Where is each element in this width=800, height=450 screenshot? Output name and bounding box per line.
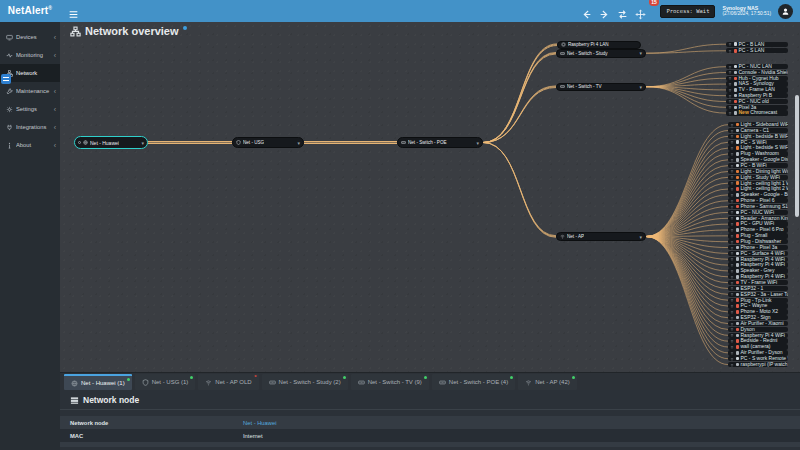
caret-down-icon[interactable]: ▾ — [639, 50, 642, 56]
tab-net-ap-old[interactable]: Net - AP OLD * — [198, 374, 258, 390]
device-node-raspberrypi-ip-watch[interactable]: raspberrypi (IP watch) — [728, 362, 788, 367]
signal-icon — [730, 216, 734, 220]
switch-icon — [401, 140, 406, 145]
device-node-esp32-3a-laser-toy[interactable]: ESP32 - 3a - Laser Toy — [728, 292, 788, 297]
device-node-raspberry-pi-4-wifi[interactable]: Raspberry Pi 4 WiFi — [728, 274, 788, 279]
device-node-pc-s-wifi[interactable]: PC - S WiFi — [728, 140, 788, 145]
device-label: NAS - Synology — [739, 81, 774, 86]
sidebar-item-about[interactable]: About ‹ — [0, 136, 60, 154]
sidebar-item-settings[interactable]: Settings ‹ — [0, 100, 60, 118]
caret-down-icon[interactable]: ▾ — [639, 234, 642, 240]
move-button[interactable] — [635, 6, 646, 17]
node-net-ap[interactable]: Net - AP ▾ — [556, 232, 646, 241]
device-node-pc-nuc-old[interactable]: PC - NUC old — [726, 99, 788, 104]
device-node-tv-frame-lan[interactable]: TV - Frame LAN — [726, 87, 788, 92]
device-node-light-dining-light-wifi[interactable]: Light - Dining light WiFi — [728, 169, 788, 174]
device-node-tv-frame-wifi[interactable]: TV - Frame WiFi — [728, 280, 788, 285]
device-label: Speaker - Google Display — [741, 157, 789, 162]
device-node-bedside-redmi[interactable]: Bedside - Redmi — [728, 338, 788, 343]
device-node-phone-moto-x2[interactable]: Phone - Moto X2 — [728, 309, 788, 314]
caret-down-icon[interactable]: ▾ — [476, 140, 479, 146]
device-node-pc-gpu-wifi[interactable]: PC - GPU WiFi — [728, 221, 788, 226]
device-node-phone-pixel-6-pro[interactable]: Phone - Pixel 6 Pro — [728, 227, 788, 232]
device-node-plug-tp-link[interactable]: Plug - Tp-Link — [728, 298, 788, 303]
device-node-camera-c1[interactable]: Camera - C1 — [728, 128, 788, 133]
chevron-left-icon: ‹ — [54, 124, 56, 131]
status-dot-green — [572, 376, 575, 379]
sidebar-item-monitoring[interactable]: Monitoring ‹ — [0, 46, 60, 64]
avatar[interactable] — [778, 4, 793, 19]
tab-net-usg-1[interactable]: Net - USG (1) — [135, 374, 196, 390]
device-node-nas-synology[interactable]: NAS - Synology — [726, 81, 788, 86]
sidebar-item-maintenance[interactable]: Maintenance ‹ — [0, 82, 60, 100]
device-node-raspberry-pi-4-wifi[interactable]: Raspberry Pi 4 WiFi — [728, 262, 788, 267]
sidebar-item-devices[interactable]: Devices ‹ — [0, 28, 60, 46]
tab-net-switch-study-2[interactable]: Net - Switch - Study (2) — [262, 374, 348, 390]
device-icon — [734, 88, 738, 92]
vertical-scrollbar[interactable] — [795, 95, 799, 217]
device-node-speaker-grey[interactable]: Speaker - Grey — [728, 268, 788, 273]
device-node-console-nvidia-shield-tv[interactable]: Console - Nvidia Shield TV — [726, 70, 788, 75]
device-label: Reader - Amazon Kindle — [741, 216, 789, 221]
forward-button[interactable] — [599, 6, 610, 17]
device-node-light-ceiling-light-2-wifi[interactable]: Light - ceiling light 2 WiFi — [728, 186, 788, 191]
device-node-light-sideboard-wifi[interactable]: Light - Sideboard WiFi — [728, 122, 788, 127]
node-net-switch-study[interactable]: Net - Switch - Study ▾ — [556, 49, 646, 58]
device-node-plug-dishwasher[interactable]: Plug - Dishwasher — [728, 239, 788, 244]
device-node-reader-amazon-kindle[interactable]: Reader - Amazon Kindle — [728, 216, 788, 221]
device-node-phone-pixel-6[interactable]: Phone - Pixel 6 — [728, 198, 788, 203]
node-net-switch-poe[interactable]: Net - Switch - POE ▾ — [397, 137, 483, 148]
device-node-pc-wayne[interactable]: PC - Wayne — [728, 303, 788, 308]
device-node-esp32-1[interactable]: ESP32 - 1 — [728, 286, 788, 291]
node-label: Net - Switch - TV — [567, 84, 602, 89]
device-node-pc-surface-4-wifi[interactable]: PC - Surface 4 WiFi — [728, 251, 788, 256]
device-icon — [736, 129, 740, 133]
node-net-huawei[interactable]: Net - Huawei ▾ — [74, 136, 148, 149]
device-node-pc-nuc-wifi[interactable]: PC - NUC WiFi — [728, 210, 788, 215]
device-node-raspberry-pi-4-wifi[interactable]: Raspberry Pi 4 WiFi — [728, 333, 788, 338]
device-node-phone-samsung-s10[interactable]: Phone - Samsung S10 — [728, 204, 788, 209]
device-node-light-ceiling-light-1-wifi[interactable]: Light - ceiling light 1 WiFi — [728, 181, 788, 186]
back-button[interactable] — [581, 6, 592, 17]
device-node-light-study-wifi[interactable]: Light - Study WiFi — [728, 175, 788, 180]
device-node-pixel-3a[interactable]: Pixel 3a — [726, 105, 788, 110]
device-node-light-bedside-b-wifi[interactable]: Light - bedside B WiFi — [728, 134, 788, 139]
menu-icon[interactable] — [68, 6, 79, 17]
device-node-chromecast[interactable]: New Chromecast — [726, 110, 788, 115]
device-node-air-purifier-xiaomi[interactable]: Air Purifier - Xiaomi — [728, 321, 788, 326]
device-node-pc-s-work-remote-wap[interactable]: PC - S work Remote WAP — [728, 356, 788, 361]
caret-down-icon[interactable]: ▾ — [639, 84, 642, 90]
device-node-plug-washroom[interactable]: Plug - Washroom — [728, 151, 788, 156]
device-node-pc-b-wifi[interactable]: PC - B WiFi — [728, 163, 788, 168]
info-badge[interactable] — [183, 26, 187, 30]
device-node-wall-camera[interactable]: wall (camera) — [728, 344, 788, 349]
signal-icon — [730, 187, 734, 191]
tab-net-huawei-1[interactable]: Net - Huawei (1) — [64, 374, 132, 390]
device-node-raspberry-pi-b[interactable]: Raspberry Pi B — [726, 93, 788, 98]
tab-net-switch-poe-4[interactable]: Net - Switch - POE (4) — [432, 374, 515, 390]
tab-net-switch-tv-9[interactable]: Net - Switch - TV (9) — [351, 374, 429, 390]
tab-net-ap-42[interactable]: Net - AP (42) — [518, 374, 577, 390]
device-node-dyson[interactable]: Dyson — [728, 327, 788, 332]
caret-down-icon[interactable]: ▾ — [141, 140, 144, 146]
device-node-pc-s-lan[interactable]: PC - S LAN — [726, 48, 788, 53]
sidebar-pin[interactable] — [1, 74, 11, 84]
device-node-light-bedside-s-wifi[interactable]: Light - bedside S WiFi — [728, 145, 788, 150]
node-raspberry-pi-4-lan[interactable]: Raspberry Pi 4 LAN — [557, 41, 641, 50]
device-node-speaker-google-display[interactable]: Speaker - Google Display — [728, 157, 788, 162]
device-node-phone-pixel-3a[interactable]: Phone - Pixel 3a — [728, 245, 788, 250]
device-node-pc-b-lan[interactable]: PC - B LAN — [726, 42, 788, 47]
device-node-air-purifier-dyson[interactable]: Air Purifier - Dyson — [728, 350, 788, 355]
device-node-raspberry-pi-4-wifi[interactable]: Raspberry Pi 4 WiFi — [728, 257, 788, 262]
refresh-button[interactable] — [617, 6, 628, 17]
device-node-plug-small[interactable]: Plug - Small — [728, 233, 788, 238]
device-node-esp32-sign[interactable]: ESP32 - Sign — [728, 315, 788, 320]
node-net-usg[interactable]: Net - USG ▾ — [232, 137, 304, 148]
panel-row-value[interactable]: Net - Huawei — [243, 420, 277, 426]
device-node-pc-nuc-lan[interactable]: PC - NUC LAN — [726, 64, 788, 69]
device-node-hub-cygnet-hub[interactable]: Hub - Cygnet Hub — [726, 76, 788, 81]
sidebar-item-integrations[interactable]: Integrations ‹ — [0, 118, 60, 136]
node-net-switch-tv[interactable]: Net - Switch - TV ▾ — [556, 83, 646, 92]
device-node-speaker-google-black[interactable]: Speaker - Google - Black — [728, 192, 788, 197]
caret-down-icon[interactable]: ▾ — [297, 140, 300, 146]
